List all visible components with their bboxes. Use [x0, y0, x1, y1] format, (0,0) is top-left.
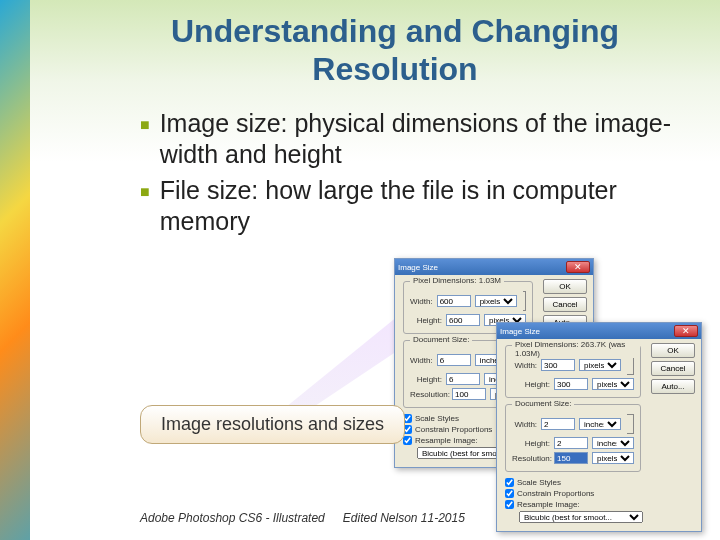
list-item: ■ File size: how large the file is in co… [140, 175, 690, 238]
width-label: Width: [410, 297, 433, 306]
slide-title: Understanding and Changing Resolution [100, 12, 690, 89]
bullet-icon: ■ [140, 182, 150, 238]
footer-edit: Edited Nelson 11-2015 [343, 511, 465, 525]
document-size-label: Document Size: [410, 335, 472, 344]
callout-box: Image resolutions and sizes [140, 405, 405, 444]
width-input[interactable] [541, 359, 575, 371]
resample-checkbox[interactable] [403, 436, 412, 445]
width-unit-select[interactable]: pixels [579, 359, 621, 371]
list-item: ■ Image size: physical dimensions of the… [140, 108, 690, 171]
width-unit-select[interactable]: pixels [475, 295, 517, 307]
close-icon[interactable]: ✕ [674, 325, 698, 337]
resolution-label: Resolution: [512, 454, 550, 463]
dialog-titlebar: Image Size ✕ [497, 323, 701, 339]
close-icon[interactable]: ✕ [566, 261, 590, 273]
link-icon [627, 414, 634, 434]
height-label: Height: [410, 316, 442, 325]
height-unit-select[interactable]: pixels [592, 378, 634, 390]
width-label: Width: [410, 356, 433, 365]
doc-width-unit[interactable]: inches [579, 418, 621, 430]
footer: Adobe Photoshop CS6 - Illustrated Edited… [140, 511, 465, 526]
scale-styles-label: Scale Styles [517, 478, 561, 487]
constrain-label: Constrain Proportions [415, 425, 492, 434]
scale-styles-checkbox[interactable] [505, 478, 514, 487]
height-input[interactable] [446, 314, 480, 326]
auto-button[interactable]: Auto... [651, 379, 695, 394]
width-label: Width: [512, 420, 537, 429]
bullet-list: ■ Image size: physical dimensions of the… [140, 108, 690, 241]
scale-styles-label: Scale Styles [415, 414, 459, 423]
cancel-button[interactable]: Cancel [543, 297, 587, 312]
constrain-label: Constrain Proportions [517, 489, 594, 498]
dialog-titlebar: Image Size ✕ [395, 259, 593, 275]
dialog-title: Image Size [500, 327, 540, 336]
doc-height-unit[interactable]: inches [592, 437, 634, 449]
resolution-unit[interactable]: pixels/inch [592, 452, 634, 464]
doc-height-input[interactable] [446, 373, 480, 385]
resample-method-select[interactable]: Bicubic (best for smoot... [519, 511, 643, 523]
resample-label: Resample Image: [415, 436, 478, 445]
height-label: Height: [512, 380, 550, 389]
resample-checkbox[interactable] [505, 500, 514, 509]
resolution-label: Resolution: [410, 390, 448, 399]
cancel-button[interactable]: Cancel [651, 361, 695, 376]
bullet-text: File size: how large the file is in comp… [160, 175, 690, 238]
bullet-text: Image size: physical dimensions of the i… [160, 108, 690, 171]
resample-label: Resample Image: [517, 500, 580, 509]
callout-text: Image resolutions and sizes [161, 414, 384, 434]
height-label: Height: [410, 375, 442, 384]
constrain-checkbox[interactable] [505, 489, 514, 498]
width-input[interactable] [437, 295, 471, 307]
resolution-input[interactable] [452, 388, 486, 400]
pixel-dimensions-label: Pixel Dimensions: 263.7K (was 1.03M) [512, 340, 640, 358]
doc-height-input[interactable] [554, 437, 588, 449]
link-icon [627, 355, 634, 375]
height-input[interactable] [554, 378, 588, 390]
dialog-title: Image Size [398, 263, 438, 272]
ok-button[interactable]: OK [543, 279, 587, 294]
ok-button[interactable]: OK [651, 343, 695, 358]
footer-book: Adobe Photoshop CS6 - Illustrated [140, 511, 325, 525]
image-size-dialog-2: Image Size ✕ OK Cancel Auto... Pixel Dim… [496, 322, 702, 532]
document-size-label: Document Size: [512, 399, 574, 408]
pixel-dimensions-label: Pixel Dimensions: 1.03M [410, 276, 504, 285]
resolution-input[interactable] [554, 452, 588, 464]
link-icon [523, 291, 526, 311]
bullet-icon: ■ [140, 115, 150, 171]
width-label: Width: [512, 361, 537, 370]
doc-width-input[interactable] [437, 354, 471, 366]
doc-width-input[interactable] [541, 418, 575, 430]
height-label: Height: [512, 439, 550, 448]
